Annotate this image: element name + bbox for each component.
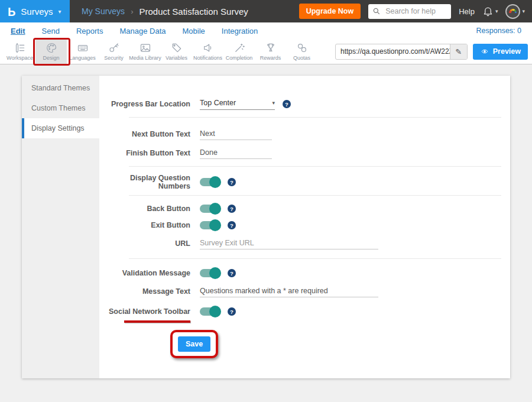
help-icon[interactable]: ?: [228, 307, 236, 316]
toolbar-item-rewards[interactable]: Rewards: [255, 39, 286, 64]
validation-message-row: Validation Message ?: [99, 265, 510, 281]
survey-nav: Edit Send Reports Manage Data Mobile Int…: [0, 22, 532, 39]
help-search-box[interactable]: [368, 4, 451, 19]
nav-tab-mobile[interactable]: Mobile: [183, 27, 205, 35]
sidebar-item-standard-themes[interactable]: Standard Themes: [22, 78, 99, 98]
edit-url-button[interactable]: ✎: [450, 44, 467, 59]
toolbar-item-security[interactable]: Security: [98, 39, 129, 64]
bell-icon: [482, 6, 494, 17]
finish-button-text-row: Finish Button Text: [99, 144, 510, 163]
toolbar-item-label: Completion: [226, 55, 253, 61]
breadcrumb-separator-icon: ›: [131, 7, 133, 16]
help-icon[interactable]: ?: [228, 221, 236, 229]
help-icon[interactable]: ?: [228, 269, 236, 277]
avatar: [505, 4, 520, 19]
save-button[interactable]: Save: [178, 336, 210, 352]
exit-button-label: Exit Button: [99, 221, 190, 229]
preview-button[interactable]: Preview: [473, 44, 528, 60]
surveys-product-menu[interactable]: P Surveys ▾: [0, 0, 70, 22]
exit-button-toggle[interactable]: [200, 221, 220, 229]
back-button-label: Back Button: [99, 205, 190, 213]
preview-label: Preview: [493, 47, 521, 56]
toggle-knob: [209, 219, 221, 231]
next-button-text-input[interactable]: [200, 128, 272, 140]
section-divider: [129, 258, 501, 259]
display-settings-panel: Standard Themes Custom Themes Display Se…: [22, 76, 510, 378]
edit-toolbar: Workspace Design Languages Security Medi…: [0, 39, 532, 64]
header-right-group: Upgrade Now Help ▾ ▾: [299, 4, 532, 19]
display-settings-form: Progress Bar Location Top Center ▾ ? Nex…: [99, 76, 510, 378]
next-button-text-row: Next Button Text: [99, 125, 510, 144]
back-button-toggle[interactable]: [200, 205, 220, 213]
section-divider: [129, 195, 501, 196]
help-icon[interactable]: ?: [283, 100, 291, 108]
progress-bar-location-row: Progress Bar Location Top Center ▾ ?: [99, 93, 510, 115]
toolbar-item-completion[interactable]: Completion: [223, 39, 255, 64]
breadcrumb-my-surveys[interactable]: My Surveys: [82, 7, 125, 16]
toolbar-item-label: Notifications: [193, 55, 222, 61]
responses-count[interactable]: Responses: 0: [476, 27, 521, 35]
toolbar-item-languages[interactable]: Languages: [67, 39, 98, 64]
next-button-text-label: Next Button Text: [99, 130, 190, 138]
validation-message-toggle[interactable]: [200, 269, 220, 277]
survey-title: Product Satisfaction Survey: [139, 7, 248, 17]
toolbar-item-quotas[interactable]: Quotas: [286, 39, 317, 64]
progress-bar-location-select[interactable]: Top Center ▾: [200, 99, 275, 110]
toggle-knob: [209, 306, 221, 317]
upgrade-now-button[interactable]: Upgrade Now: [299, 4, 361, 19]
toggle-knob: [209, 176, 221, 188]
finish-button-text-input[interactable]: [200, 147, 272, 159]
chevron-down-icon: ▾: [272, 100, 275, 106]
help-icon[interactable]: ?: [228, 178, 236, 186]
sidebar-item-display-settings[interactable]: Display Settings: [22, 118, 99, 138]
display-question-numbers-toggle[interactable]: [200, 178, 220, 186]
chevron-down-icon: ▾: [522, 8, 525, 14]
nav-tab-reports[interactable]: Reports: [76, 27, 103, 35]
message-text-input[interactable]: [200, 286, 378, 297]
nav-tab-edit[interactable]: Edit: [11, 27, 25, 35]
chevron-down-icon: ▾: [59, 8, 61, 15]
user-account-menu[interactable]: ▾: [505, 4, 525, 19]
toolbar-item-label: Workspace: [7, 55, 33, 61]
toolbar-item-design[interactable]: Design: [35, 39, 67, 64]
search-input[interactable]: [384, 7, 443, 16]
social-network-toolbar-row: Social Network Toolbar ?: [99, 302, 510, 322]
save-row: Save: [99, 330, 510, 358]
nav-tab-integration[interactable]: Integration: [222, 27, 258, 35]
help-icon[interactable]: ?: [228, 205, 236, 213]
exit-url-row: URL: [99, 234, 510, 254]
toolbar-item-workspace[interactable]: Workspace: [4, 39, 35, 64]
nav-tab-manage-data[interactable]: Manage Data: [119, 27, 166, 35]
completion-wand-icon: [233, 42, 245, 54]
exit-url-input[interactable]: [200, 238, 378, 249]
design-palette-icon: [46, 42, 57, 54]
notifications-bell-menu[interactable]: ▾: [482, 6, 498, 17]
product-menu-label: Surveys: [21, 7, 53, 17]
help-link[interactable]: Help: [459, 7, 475, 16]
social-network-toolbar-toggle[interactable]: [200, 307, 220, 316]
validation-message-label: Validation Message: [99, 269, 190, 277]
social-network-toolbar-label: Social Network Toolbar: [99, 307, 190, 316]
toolbar-item-label: Media Library: [129, 55, 161, 61]
toolbar-item-label: Languages: [69, 55, 96, 61]
message-text-row: Message Text: [99, 281, 510, 302]
nav-tab-send[interactable]: Send: [42, 27, 60, 35]
back-button-row: Back Button ?: [99, 200, 510, 217]
toolbar-item-variables[interactable]: Variables: [161, 39, 192, 64]
toolbar-item-label: Variables: [166, 55, 187, 61]
toolbar-item-label: Quotas: [293, 55, 310, 61]
toolbar-item-label: Security: [104, 55, 124, 61]
search-icon: [372, 7, 381, 15]
survey-url-field[interactable]: https://qa.questionpro.com/t/AW22Zcq2J ✎: [335, 44, 468, 60]
toolbar-item-label: Design: [43, 55, 59, 61]
media-library-icon: [140, 42, 151, 54]
pencil-icon: ✎: [455, 47, 462, 56]
quotas-chain-icon: [296, 42, 308, 54]
sidebar-item-custom-themes[interactable]: Custom Themes: [22, 98, 99, 118]
toolbar-item-notifications[interactable]: Notifications: [192, 39, 223, 64]
rewards-trophy-icon: [265, 42, 277, 54]
toolbar-item-media-library[interactable]: Media Library: [129, 39, 161, 64]
notifications-megaphone-icon: [202, 42, 214, 54]
annotation-underline-social-toolbar: [124, 320, 190, 323]
exit-url-label: URL: [99, 239, 190, 248]
